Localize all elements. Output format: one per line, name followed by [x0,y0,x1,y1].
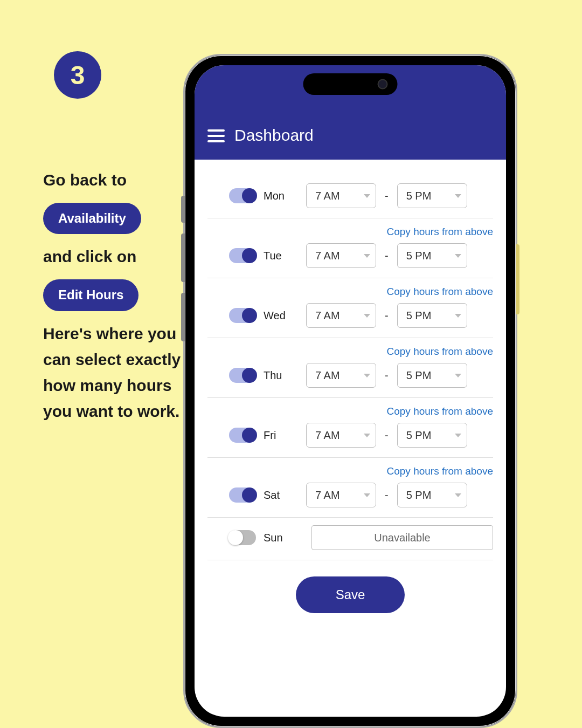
time-separator: - [384,310,390,322]
end-time-value: 5 PM [406,429,432,442]
day-label: Sat [264,489,299,502]
save-button-wrap: Save [207,560,493,629]
start-time-select-wed[interactable]: 7 AM [306,303,376,328]
time-separator: - [384,190,390,202]
phone-side-button [181,196,185,223]
toggle-tue[interactable] [229,248,256,263]
step-number: 3 [71,60,85,90]
chevron-down-icon [455,493,461,497]
toggle-wed[interactable] [229,308,256,323]
time-separator: - [384,250,390,262]
start-time-select-sat[interactable]: 7 AM [306,483,376,507]
toggle-mon[interactable] [229,188,256,203]
copy-hours-link[interactable]: Copy hours from above [387,226,494,238]
start-time-select-tue[interactable]: 7 AM [306,243,376,268]
end-time-select-sat[interactable]: 5 PM [397,483,467,507]
time-separator: - [384,489,390,502]
end-time-value: 5 PM [406,190,432,202]
page-title: Dashboard [234,126,314,145]
start-time-value: 7 AM [315,190,340,202]
copy-hours-link[interactable]: Copy hours from above [387,465,494,477]
chevron-down-icon [364,434,370,437]
chevron-down-icon [364,194,370,198]
day-label: Sun [264,532,299,544]
copy-hours-link[interactable]: Copy hours from above [387,286,494,298]
end-time-value: 5 PM [406,369,432,382]
start-time-value: 7 AM [315,429,340,442]
day-row-sun: Sun Unavailable [207,518,493,560]
day-row-tue: Copy hours from above Tue 7 AM - 5 PM [207,218,493,278]
chevron-down-icon [455,314,461,318]
day-label: Fri [264,429,299,442]
instruction-line: Go back to [43,167,183,193]
end-time-select-wed[interactable]: 5 PM [397,303,467,328]
copy-hours-link[interactable]: Copy hours from above [387,346,494,358]
start-time-value: 7 AM [315,250,340,262]
toggle-thu[interactable] [229,368,256,383]
instructions-panel: Go back to Availability and click on Edi… [43,162,183,430]
instruction-line: Here's where you can select exactly how … [43,321,183,424]
chevron-down-icon [455,434,461,437]
day-row-thu: Copy hours from above Thu 7 AM - 5 PM [207,338,493,398]
toggle-sun[interactable] [229,530,256,545]
chevron-down-icon [364,493,370,497]
end-time-value: 5 PM [406,489,432,502]
phone-side-button [181,293,185,341]
step-badge: 3 [54,51,101,99]
phone-side-button [181,233,185,282]
day-row-wed: Copy hours from above Wed 7 AM - 5 PM [207,278,493,338]
availability-form: Mon 7 AM - 5 PM Copy hours from above [195,160,506,629]
phone-screen: Dashboard Mon 7 AM - 5 PM [195,65,506,717]
copy-hours-link[interactable]: Copy hours from above [387,406,494,417]
chevron-down-icon [455,194,461,198]
unavailable-label: Unavailable [311,525,493,550]
chevron-down-icon [364,314,370,318]
chevron-down-icon [364,374,370,377]
start-time-select-fri[interactable]: 7 AM [306,423,376,448]
chevron-down-icon [455,374,461,377]
day-label: Thu [264,369,299,382]
start-time-value: 7 AM [315,489,340,502]
day-row-sat: Copy hours from above Sat 7 AM - 5 PM [207,458,493,518]
day-label: Tue [264,250,299,262]
day-label: Wed [264,310,299,322]
phone-side-button [516,244,519,314]
end-time-value: 5 PM [406,310,432,322]
toggle-sat[interactable] [229,487,256,503]
end-time-select-thu[interactable]: 5 PM [397,363,467,388]
save-button[interactable]: Save [296,576,405,613]
availability-pill: Availability [43,203,141,234]
chevron-down-icon [364,254,370,258]
end-time-select-fri[interactable]: 5 PM [397,423,467,448]
day-label: Mon [264,190,299,202]
phone-notch [303,73,398,95]
day-row-fri: Copy hours from above Fri 7 AM - 5 PM [207,398,493,458]
start-time-value: 7 AM [315,310,340,322]
instruction-line: and click on [43,244,183,270]
time-separator: - [384,369,390,382]
end-time-select-mon[interactable]: 5 PM [397,183,467,208]
start-time-select-thu[interactable]: 7 AM [306,363,376,388]
end-time-select-tue[interactable]: 5 PM [397,243,467,268]
edit-hours-pill: Edit Hours [43,279,138,311]
day-row-mon: Mon 7 AM - 5 PM [207,176,493,218]
toggle-fri[interactable] [229,428,256,443]
hamburger-menu-icon[interactable] [207,129,225,145]
chevron-down-icon [455,254,461,258]
phone-frame: Dashboard Mon 7 AM - 5 PM [183,54,517,728]
start-time-select-mon[interactable]: 7 AM [306,183,376,208]
time-separator: - [384,429,390,442]
start-time-value: 7 AM [315,369,340,382]
end-time-value: 5 PM [406,250,432,262]
